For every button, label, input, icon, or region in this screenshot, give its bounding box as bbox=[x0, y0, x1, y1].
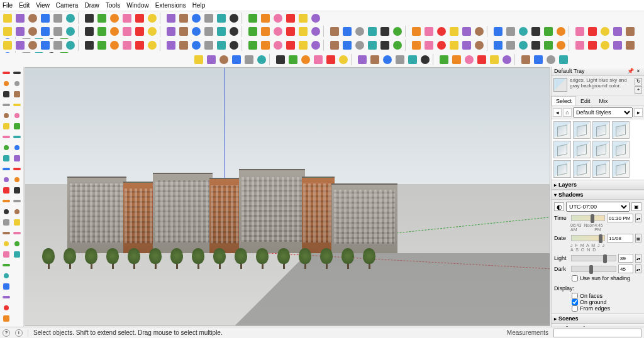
toolbar1-btn-9[interactable] bbox=[121, 13, 133, 24]
toolbar3-btn-11[interactable] bbox=[147, 40, 158, 51]
toolbar2-btn-30[interactable] bbox=[411, 26, 422, 37]
left-tool-2[interactable] bbox=[1, 89, 11, 99]
toolbar2-btn-19[interactable] bbox=[260, 26, 271, 37]
toolbar3-btn-17[interactable] bbox=[228, 40, 240, 51]
toolbar2-btn-39[interactable] bbox=[530, 26, 541, 37]
toolbar1-btn-5[interactable] bbox=[65, 13, 76, 24]
light-spinner[interactable]: ▴▾ bbox=[635, 254, 641, 263]
date-spinner[interactable]: ▦ bbox=[635, 234, 641, 243]
left-tool-19[interactable] bbox=[1, 271, 11, 281]
toolbar3-btn-38[interactable] bbox=[518, 40, 529, 51]
toolbar3-btn-37[interactable] bbox=[505, 40, 516, 51]
time-spinner[interactable]: ▴▾ bbox=[635, 214, 641, 222]
left-tool-16[interactable] bbox=[1, 239, 11, 249]
panel-scenes[interactable]: Scenes bbox=[552, 313, 644, 324]
left-tool-4[interactable] bbox=[1, 111, 11, 121]
toolbar3-btn-0[interactable] bbox=[2, 40, 13, 51]
left-tool-15[interactable] bbox=[1, 228, 11, 238]
toolbar2-btn-7[interactable] bbox=[96, 26, 108, 37]
toolbar2-btn-15[interactable] bbox=[203, 26, 214, 37]
style-collection-select[interactable]: Default Styles bbox=[573, 107, 633, 117]
toolbar3-btn-21[interactable] bbox=[285, 40, 296, 51]
style-thumb-10[interactable] bbox=[592, 160, 610, 178]
toolbar3-btn-12[interactable] bbox=[165, 40, 177, 51]
toolbar2-btn-4[interactable] bbox=[52, 26, 64, 37]
toolbar4-btn-23[interactable] bbox=[501, 54, 513, 65]
toolbar1-btn-23[interactable] bbox=[310, 13, 321, 24]
toolbar4-btn-16[interactable] bbox=[407, 54, 418, 65]
toolbar3-btn-18[interactable] bbox=[247, 40, 258, 51]
toolbar3-btn-9[interactable] bbox=[121, 40, 133, 51]
toolbar2-btn-5[interactable] bbox=[65, 26, 76, 37]
toolbar3-btn-34[interactable] bbox=[461, 40, 472, 51]
toolbar2-btn-26[interactable] bbox=[354, 26, 365, 37]
style-thumb-8[interactable] bbox=[553, 160, 571, 178]
left-tool-41[interactable] bbox=[12, 249, 22, 259]
panel-shadows[interactable]: Shadows bbox=[552, 190, 644, 200]
toolbar1-btn-6[interactable] bbox=[84, 13, 95, 24]
style-thumb-6[interactable] bbox=[592, 141, 610, 158]
toolbar4-btn-20[interactable] bbox=[464, 54, 475, 65]
menu-view[interactable]: View bbox=[36, 2, 50, 9]
toolbar2-btn-40[interactable] bbox=[543, 26, 554, 37]
toolbar2-btn-22[interactable] bbox=[297, 26, 309, 37]
toolbar4-btn-25[interactable] bbox=[533, 54, 544, 65]
toolbar4-btn-19[interactable] bbox=[451, 54, 462, 65]
left-tool-34[interactable] bbox=[12, 175, 22, 185]
toolbar3-btn-15[interactable] bbox=[203, 40, 214, 51]
toolbar2-btn-27[interactable] bbox=[367, 26, 378, 37]
info-icon[interactable]: i bbox=[15, 329, 23, 337]
panel-layers[interactable]: Layers bbox=[552, 180, 644, 190]
toolbar2-btn-1[interactable] bbox=[14, 26, 26, 37]
left-tool-29[interactable] bbox=[12, 121, 22, 131]
toolbar4-btn-10[interactable] bbox=[325, 54, 336, 65]
toolbar4-btn-5[interactable] bbox=[256, 54, 267, 65]
style-thumb-1[interactable] bbox=[573, 121, 591, 139]
toolbar3-btn-39[interactable] bbox=[530, 40, 541, 51]
menu-camera[interactable]: Camera bbox=[56, 2, 79, 9]
toolbar4-btn-12[interactable] bbox=[357, 54, 368, 65]
toolbar4-btn-27[interactable] bbox=[558, 54, 569, 65]
style-thumb-5[interactable] bbox=[573, 141, 591, 158]
toolbar4-btn-26[interactable] bbox=[545, 54, 557, 65]
left-tool-26[interactable] bbox=[12, 89, 22, 99]
menu-tools[interactable]: Tools bbox=[106, 2, 120, 9]
toolbar3-btn-46[interactable] bbox=[625, 40, 636, 51]
toolbar4-btn-24[interactable] bbox=[520, 54, 531, 65]
left-tool-0[interactable] bbox=[1, 68, 11, 78]
left-tool-21[interactable] bbox=[1, 292, 11, 302]
toolbar4-btn-17[interactable] bbox=[419, 54, 431, 65]
shadows-expand-button[interactable]: ▣ bbox=[631, 202, 641, 211]
toolbar2-btn-38[interactable] bbox=[518, 26, 529, 37]
toolbar1-btn-0[interactable] bbox=[2, 13, 13, 24]
dark-slider[interactable] bbox=[571, 266, 616, 272]
toolbar2-btn-16[interactable] bbox=[216, 26, 227, 37]
toolbar1-btn-11[interactable] bbox=[147, 13, 158, 24]
left-tool-33[interactable] bbox=[12, 164, 22, 174]
toolbar2-btn-9[interactable] bbox=[121, 26, 133, 37]
toolbar1-btn-8[interactable] bbox=[109, 13, 120, 24]
left-tool-13[interactable] bbox=[1, 207, 11, 217]
toolbar4-btn-21[interactable] bbox=[476, 54, 487, 65]
toolbar3-btn-6[interactable] bbox=[84, 40, 95, 51]
menu-extensions[interactable]: Extensions bbox=[155, 2, 186, 9]
toolbar2-btn-28[interactable] bbox=[379, 26, 391, 37]
toolbar4-btn-2[interactable] bbox=[218, 54, 230, 65]
left-tool-25[interactable] bbox=[12, 79, 22, 89]
time-value[interactable]: 01:30 PM bbox=[607, 214, 633, 222]
toolbar3-btn-33[interactable] bbox=[448, 40, 460, 51]
toolbar4-btn-1[interactable] bbox=[206, 54, 217, 65]
toolbar2-btn-33[interactable] bbox=[448, 26, 460, 37]
toolbar4-btn-9[interactable] bbox=[313, 54, 324, 65]
toolbar3-btn-20[interactable] bbox=[272, 40, 284, 51]
toolbar3-btn-4[interactable] bbox=[52, 40, 64, 51]
style-create-button[interactable]: + bbox=[635, 86, 642, 94]
style-thumb-3[interactable] bbox=[612, 121, 630, 139]
toolbar4-btn-11[interactable] bbox=[338, 54, 349, 65]
toolbar2-btn-3[interactable] bbox=[40, 26, 51, 37]
toolbar1-btn-10[interactable] bbox=[134, 13, 145, 24]
toolbar4-btn-3[interactable] bbox=[231, 54, 242, 65]
toolbar1-btn-14[interactable] bbox=[191, 13, 202, 24]
toolbar3-btn-22[interactable] bbox=[297, 40, 309, 51]
utc-select[interactable]: UTC-07:00 bbox=[566, 202, 630, 212]
